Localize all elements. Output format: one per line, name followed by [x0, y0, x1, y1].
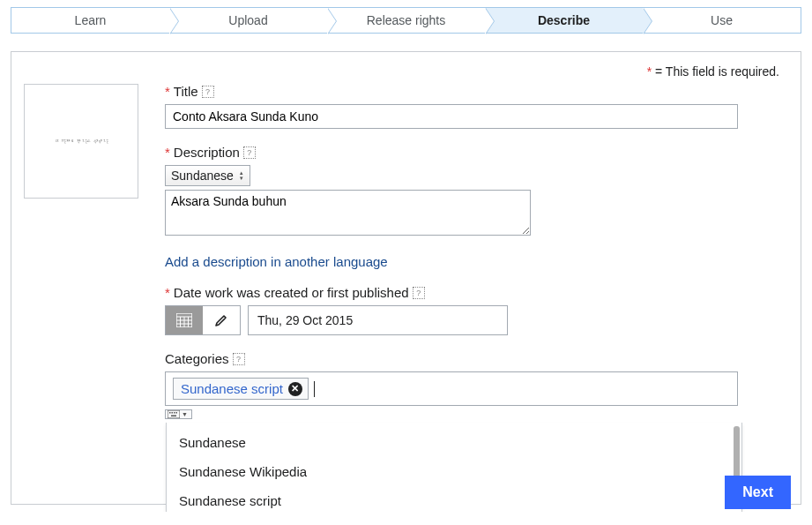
- text-cursor: [314, 381, 315, 397]
- date-value: Thu, 29 Oct 2015: [257, 313, 353, 327]
- svg-rect-7: [168, 410, 180, 418]
- chevron-down-icon: ▼: [182, 411, 188, 417]
- language-value: Sundanese: [171, 169, 234, 183]
- pencil-icon: [214, 313, 228, 327]
- date-field: *Date work was created or first publishe…: [165, 285, 779, 335]
- calendar-icon: [176, 313, 192, 327]
- svg-rect-11: [176, 412, 178, 414]
- help-icon[interactable]: ?: [233, 353, 245, 365]
- svg-rect-9: [172, 412, 174, 414]
- upload-thumbnail: ᮃᮊ᮪ᮞᮛ ᮞᮥᮔ᮪ᮓ ᮘᮥᮠᮥᮔ᮪: [24, 84, 138, 199]
- svg-rect-12: [171, 416, 176, 417]
- title-label: Title: [174, 84, 198, 99]
- wizard-nav: Learn Upload Release rights Describe Use: [11, 7, 801, 34]
- describe-panel: * = This field is required. ᮃᮊ᮪ᮞᮛ ᮞᮥᮔ᮪ᮓ …: [11, 51, 801, 505]
- description-language-select[interactable]: Sundanese ▲▼: [165, 165, 250, 186]
- suggestion-item[interactable]: Sundanese: [167, 428, 741, 457]
- edit-mode-button[interactable]: [203, 306, 240, 334]
- wizard-step-use[interactable]: Use: [643, 8, 801, 33]
- add-language-link[interactable]: Add a description in another language: [165, 254, 388, 269]
- keyboard-icon: [168, 410, 180, 418]
- required-star: *: [165, 84, 170, 99]
- wizard-step-learn[interactable]: Learn: [11, 8, 169, 33]
- required-field-note: * = This field is required.: [24, 64, 779, 79]
- help-icon[interactable]: ?: [202, 86, 214, 98]
- required-star: *: [165, 285, 170, 300]
- dropdown-arrows-icon: ▲▼: [239, 170, 244, 181]
- category-tag-label[interactable]: Sundanese script: [181, 381, 283, 396]
- description-textarea[interactable]: Aksara Sunda buhun: [165, 190, 531, 236]
- description-label: Description: [174, 145, 240, 160]
- date-label: Date work was created or first published: [174, 285, 409, 300]
- category-suggestions: Sundanese Sundanese Wikipedia Sundanese …: [166, 423, 742, 512]
- wizard-step-describe[interactable]: Describe: [485, 8, 643, 33]
- date-mode-toggle: [165, 305, 241, 335]
- remove-tag-button[interactable]: ✕: [288, 382, 302, 396]
- date-input[interactable]: Thu, 29 Oct 2015: [248, 305, 508, 335]
- suggestion-item[interactable]: Sundanese Wikipedia: [167, 457, 741, 486]
- help-icon[interactable]: ?: [413, 287, 425, 299]
- calendar-mode-button[interactable]: [166, 306, 203, 334]
- help-icon[interactable]: ?: [243, 146, 256, 159]
- suggestion-item[interactable]: Sundanese script: [167, 486, 741, 512]
- wizard-step-upload[interactable]: Upload: [169, 8, 327, 33]
- wizard-step-release-rights[interactable]: Release rights: [327, 8, 485, 33]
- title-field: *Title ?: [165, 84, 779, 129]
- category-tag: Sundanese script ✕: [173, 378, 309, 400]
- categories-label: Categories: [165, 351, 229, 366]
- categories-field: Categories ? Sundanese script ✕: [165, 351, 779, 421]
- description-field: *Description ? Sundanese ▲▼ Aksara Sunda…: [165, 145, 779, 238]
- next-button[interactable]: Next: [725, 476, 791, 509]
- required-star: *: [165, 145, 170, 160]
- title-input[interactable]: [165, 104, 738, 129]
- categories-input[interactable]: Sundanese script ✕: [165, 371, 738, 406]
- keyboard-toggle[interactable]: ▼: [165, 409, 192, 419]
- svg-rect-10: [174, 412, 175, 414]
- svg-rect-8: [169, 412, 171, 414]
